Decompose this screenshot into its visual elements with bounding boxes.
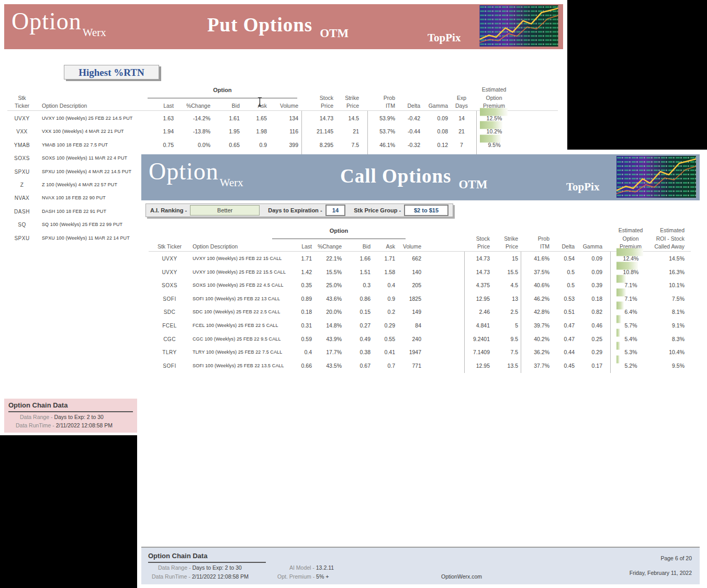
- cell-change: 43.5%: [314, 359, 342, 373]
- stock-ticker-image: [616, 155, 696, 198]
- cell-change: 20.0%: [314, 306, 342, 319]
- days-to-expiration-value[interactable]: 14: [326, 205, 346, 216]
- brand-suffix: Werx: [83, 26, 106, 39]
- cell-volume: 140: [397, 266, 421, 279]
- cell-ticker: UVXY: [149, 266, 190, 279]
- cell-last: 0.66: [283, 359, 312, 373]
- option-chain-data-box: Option Chain Data Data Range - Days to E…: [4, 399, 137, 433]
- cell-volume: 1947: [397, 346, 421, 359]
- panel-title-sub: OTM: [458, 178, 487, 191]
- panel-title-text: Call Options: [340, 165, 451, 187]
- col-header-exp: ExpDays: [451, 94, 472, 110]
- cell-prob: 37.5%: [523, 266, 549, 279]
- cell-stock: 2.46: [461, 306, 490, 319]
- cell-last: 0.31: [283, 319, 312, 333]
- cell-desc: YMAB 100 18 FEB 22 7.5 PUT: [42, 139, 144, 152]
- cell-delta: -0.42: [398, 112, 420, 125]
- data-runtime-value: 2/11/2022 12:08:58 PM: [56, 422, 113, 428]
- cell-last: 0.89: [283, 292, 312, 306]
- data-range-value: Days to Exp: 2 to 30: [192, 564, 242, 571]
- cell-stock: 7.1409: [461, 346, 490, 359]
- cell-prob: 36.2%: [523, 346, 549, 359]
- premium-data-bar: [616, 315, 621, 323]
- cell-stock: 4.375: [461, 279, 490, 292]
- opt-premium-label: Opt. Premium -: [277, 573, 316, 580]
- col-header-premium: EstimatedOptionPremium: [478, 86, 510, 110]
- cell-delta: -0.32: [398, 139, 420, 152]
- col-header-volume: Volume: [397, 243, 421, 251]
- table-row: CGCCGC 100 (Weeklys) 25 FEB 22 9.5 CALL0…: [141, 333, 700, 346]
- cell-bid: 0.86: [344, 292, 371, 306]
- cell-delta: 0.45: [552, 359, 575, 373]
- table-row: TLRYTLRY 100 (Weeklys) 25 FEB 22 7.5 CAL…: [141, 346, 700, 359]
- cell-bid: 0.38: [344, 346, 371, 359]
- cell-ticker: TLRY: [149, 346, 190, 359]
- cell-roi: 8.3%: [652, 333, 684, 346]
- premium-data-bar: [616, 329, 620, 336]
- cell-exp: 14: [451, 112, 472, 125]
- cell-prob: 53.9%: [371, 112, 395, 125]
- cell-bid: 1.51: [344, 266, 371, 279]
- title-underline: [8, 411, 133, 412]
- cell-strike: 13: [492, 292, 518, 306]
- col-header-stock: StockPrice: [305, 94, 333, 110]
- cell-last: 0.75: [152, 139, 174, 152]
- site-label: OptionWerx.com: [441, 573, 482, 580]
- cell-strike: 15.5: [492, 266, 518, 279]
- data-runtime-line: Data RunTime - 2/11/2022 12:08:58 PM: [152, 573, 249, 580]
- cell-ticker: SDC: [149, 306, 190, 319]
- cell-desc: SOFI 100 (Weeklys) 25 FEB 22 13 CALL: [193, 292, 297, 306]
- data-runtime-label: Data RunTime -: [152, 573, 192, 580]
- cell-prob: 37.7%: [523, 359, 549, 373]
- cell-strike: 7.5: [492, 346, 518, 359]
- cell-delta: 0.5: [552, 266, 575, 279]
- cell-ask: 1.58: [373, 266, 395, 279]
- cell-ask: 0.55: [373, 333, 395, 346]
- cell-bid: 1.61: [220, 112, 240, 125]
- cell-ask: 0.4: [373, 279, 395, 292]
- cell-desc: SDC 100 (Weeklys) 25 FEB 22 2.5 CALL: [193, 306, 297, 319]
- col-header-delta: Delta: [398, 102, 420, 110]
- cell-prob: 46.2%: [523, 292, 549, 306]
- cell-roi: 9.5%: [652, 359, 684, 373]
- cell-ticker: NVAX: [9, 191, 35, 205]
- call-options-table: Option Stk TickerOption DescriptionLast%…: [141, 222, 700, 374]
- col-header-delta: Delta: [552, 243, 575, 251]
- cell-strike: 21: [335, 125, 359, 138]
- cell-ask: 1.65: [247, 112, 267, 125]
- call-options-panel: OptionWerx Call OptionsOTM TopPix: [141, 154, 700, 584]
- cell-gamma: 0.09: [424, 112, 448, 125]
- cell-ticker: Z: [9, 178, 35, 191]
- cell-ask: 0.9: [373, 292, 395, 306]
- cell-gamma: 0.09: [579, 266, 602, 279]
- premium-data-bar: [616, 342, 620, 350]
- cell-ticker: SPXU: [9, 232, 35, 245]
- cell-roi: 7.5%: [652, 292, 684, 306]
- premium-data-bar: [616, 355, 620, 363]
- ai-ranking-value[interactable]: Better: [190, 205, 260, 216]
- cell-desc: NVAX 100 18 FEB 22 90 PUT: [42, 191, 144, 205]
- data-range-line: Data Range - Days to Exp: 2 to 30: [20, 414, 104, 420]
- cell-ask: 0.41: [373, 346, 395, 359]
- cell-strike: 5: [492, 319, 518, 333]
- cell-last: 0.59: [283, 333, 312, 346]
- stk-price-group-value[interactable]: $2 to $15: [404, 205, 448, 216]
- footer-title: Option Chain Data: [148, 552, 207, 560]
- cell-gamma: 0.09: [579, 252, 602, 266]
- cell-prob: 39.7%: [523, 319, 549, 333]
- highest-rtn-button[interactable]: Highest %RTN: [64, 65, 159, 80]
- cell-desc: SOXS 100 (Weeklys) 25 FEB 22 4.5 CALL: [193, 279, 297, 292]
- cell-delta: 0.47: [552, 333, 575, 346]
- ai-model-label: AI Model -: [289, 564, 316, 571]
- cell-delta: 0.44: [552, 346, 575, 359]
- page: OptionWerx Put OptionsOTM TopPix: [0, 0, 707, 588]
- cell-change: -14.2%: [176, 112, 210, 125]
- data-runtime-line: Data RunTime - 2/11/2022 12:08:58 PM: [16, 422, 113, 428]
- cell-last: 1.94: [152, 125, 174, 138]
- cell-gamma: 0.17: [579, 359, 602, 373]
- cell-stock: 4.841: [461, 319, 490, 333]
- col-header-prob: ProbITM: [371, 94, 395, 110]
- cell-volume: 116: [274, 125, 298, 138]
- cell-last: 0.4: [283, 346, 312, 359]
- cell-volume: 662: [397, 252, 421, 266]
